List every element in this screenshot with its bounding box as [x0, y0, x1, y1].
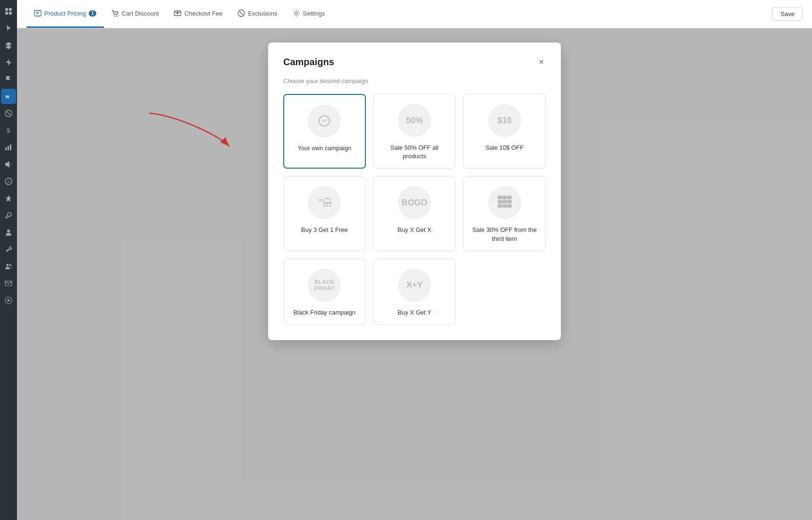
svg-rect-32: [498, 196, 502, 199]
modal-subtitle: Choose your desired campaign: [283, 77, 546, 85]
campaign-label-50off: Sale 50% OFF all products: [380, 144, 450, 161]
campaign-icon-50off: 50%: [398, 104, 431, 137]
modal-close-button[interactable]: ×: [537, 56, 546, 68]
sidebar-icon-people[interactable]: [1, 259, 16, 274]
svg-text:×3: ×3: [318, 198, 323, 203]
svg-rect-2: [5, 12, 8, 15]
tab-product-pricing-label: Product Pricing: [44, 10, 86, 17]
campaign-icon-text-bogo: BOGO: [401, 198, 427, 208]
campaign-card-blackfriday[interactable]: BLACKFRIDAY Black Friday campaign: [283, 259, 366, 325]
tab-settings[interactable]: Settings: [285, 0, 333, 28]
svg-rect-33: [503, 196, 507, 199]
campaign-label-blackfriday: Black Friday campaign: [294, 308, 356, 317]
svg-point-13: [7, 230, 10, 232]
svg-rect-38: [498, 205, 502, 207]
campaign-icon-text-xplusy: X+Y: [406, 280, 423, 290]
campaign-card-bogo[interactable]: BOGO Buy X Get X: [373, 176, 456, 251]
sidebar-icon-lightning[interactable]: [1, 55, 16, 70]
tab-product-pricing-badge: 1: [89, 10, 96, 17]
campaign-label-bogo: Buy X Get X: [398, 226, 431, 234]
svg-rect-37: [507, 200, 511, 203]
campaign-card-xplusy[interactable]: X+Y Buy X Get Y: [373, 259, 456, 325]
campaign-card-buy3get1[interactable]: ×3 Buy 3 Get 1 Free: [283, 176, 366, 251]
tab-settings-label: Settings: [303, 10, 325, 17]
svg-point-15: [9, 264, 11, 266]
tab-exclusions[interactable]: Exclusions: [230, 0, 285, 28]
content-area: Campaigns × Choose your desired campaign: [17, 28, 812, 520]
sidebar-icon-dollar[interactable]: $: [1, 123, 16, 138]
svg-rect-10: [10, 145, 11, 150]
campaign-card-own[interactable]: Your own campaign: [283, 94, 366, 169]
svg-rect-9: [8, 146, 9, 150]
campaign-icon-10off: $10: [488, 104, 521, 137]
campaign-icon-text-blackfriday: BLACKFRIDAY: [314, 279, 335, 291]
sidebar-icon-person[interactable]: [1, 225, 16, 240]
tab-exclusions-label: Exclusions: [248, 10, 277, 17]
tab-cart-discount-label: Cart Discount: [122, 10, 159, 17]
svg-rect-3: [9, 12, 12, 15]
top-nav: Product Pricing 1 Cart Discount Checkout…: [17, 0, 812, 28]
sidebar-icon-block[interactable]: [1, 106, 16, 121]
svg-text:A: A: [7, 179, 10, 184]
campaign-label-xplusy: Buy X Get Y: [398, 308, 431, 317]
sidebar-icon-play[interactable]: [1, 293, 16, 308]
campaign-card-50off[interactable]: 50% Sale 50% OFF all products: [373, 94, 456, 169]
svg-line-25: [239, 11, 243, 15]
sidebar-icon-woo[interactable]: W: [1, 89, 16, 104]
svg-rect-1: [9, 8, 12, 11]
campaign-icon-text-50off: 50%: [406, 116, 423, 126]
campaign-label-own: Your own campaign: [297, 144, 351, 153]
tab-checkout-fee[interactable]: Checkout Fee: [166, 0, 230, 28]
sidebar-icon-chart[interactable]: [1, 140, 16, 155]
svg-point-20: [114, 16, 115, 17]
svg-rect-0: [5, 8, 8, 11]
svg-marker-18: [8, 299, 10, 302]
campaign-card-10off[interactable]: $10 Sale 10$ OFF: [463, 94, 546, 169]
svg-rect-16: [5, 281, 12, 286]
tab-cart-discount[interactable]: Cart Discount: [104, 0, 167, 28]
svg-rect-36: [503, 200, 507, 203]
svg-text:W: W: [6, 94, 10, 99]
save-button[interactable]: Save: [772, 7, 803, 21]
nav-tabs: Product Pricing 1 Cart Discount Checkout…: [26, 0, 333, 28]
campaign-label-buy3get1: Buy 3 Get 1 Free: [301, 226, 348, 234]
main-content: Product Pricing 1 Cart Discount Checkout…: [17, 0, 812, 520]
sidebar-icon-wrench2[interactable]: [1, 208, 16, 223]
campaign-grid: Your own campaign 50% Sale 50% OFF all p…: [283, 94, 546, 325]
campaign-icon-blackfriday: BLACKFRIDAY: [308, 269, 341, 302]
sidebar: W $ A: [0, 0, 17, 520]
sidebar-icon-flag[interactable]: [1, 72, 16, 87]
campaign-label-30off3rd: Sale 30% OFF from the third item: [469, 226, 540, 243]
campaign-icon-text-10off: $10: [498, 116, 512, 126]
sidebar-icon-circle-a[interactable]: A: [1, 174, 16, 189]
svg-point-26: [295, 12, 297, 15]
sidebar-icon-cursor[interactable]: [1, 21, 16, 36]
campaign-icon-buy3get1: ×3: [308, 186, 341, 219]
svg-rect-8: [5, 147, 7, 150]
sidebar-icon-mail[interactable]: [1, 276, 16, 291]
svg-rect-40: [507, 205, 511, 207]
sidebar-icon-wrench[interactable]: [1, 242, 16, 257]
sidebar-icon-layers[interactable]: [1, 38, 16, 53]
campaign-icon-xplusy: X+Y: [398, 269, 431, 302]
svg-rect-35: [498, 200, 502, 203]
modal-header: Campaigns ×: [283, 56, 546, 68]
svg-line-6: [7, 111, 10, 115]
modal-overlay: Campaigns × Choose your desired campaign: [17, 28, 812, 520]
sidebar-icon-dashboard[interactable]: [1, 4, 16, 19]
svg-point-21: [117, 16, 118, 17]
campaign-label-10off: Sale 10$ OFF: [485, 144, 524, 152]
svg-text:$: $: [7, 127, 10, 134]
sidebar-icon-megaphone[interactable]: [1, 157, 16, 172]
svg-rect-39: [503, 205, 507, 207]
tab-product-pricing[interactable]: Product Pricing 1: [26, 0, 104, 28]
modal-title: Campaigns: [283, 57, 334, 68]
campaigns-modal: Campaigns × Choose your desired campaign: [268, 43, 561, 340]
tab-checkout-fee-label: Checkout Fee: [184, 10, 222, 17]
svg-point-14: [7, 264, 9, 266]
sidebar-icon-pin[interactable]: [1, 191, 16, 206]
campaign-icon-own: [308, 104, 341, 137]
campaign-card-30off3rd[interactable]: Sale 30% OFF from the third item: [463, 176, 546, 251]
campaign-icon-30off3rd: [488, 186, 521, 219]
svg-rect-34: [507, 196, 511, 199]
